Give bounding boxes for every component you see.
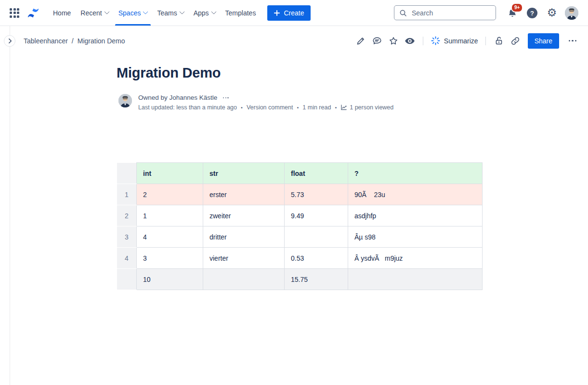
nav-item-teams[interactable]: Teams — [152, 0, 188, 26]
page-actions: Summarize Share — [353, 33, 580, 49]
restrictions-button[interactable] — [491, 33, 507, 49]
star-icon — [388, 36, 399, 46]
eye-icon — [404, 35, 416, 47]
table-cell: 90Ã 23u — [348, 184, 483, 205]
column-header-str: str — [203, 163, 285, 184]
nav-item-label: Spaces — [118, 9, 141, 17]
meta-separator: • — [335, 104, 337, 111]
edit-button[interactable] — [353, 33, 368, 49]
nav-item-label: Apps — [194, 9, 209, 17]
table-cell: zweiter — [203, 205, 285, 226]
notifications-button[interactable]: 9+ — [506, 6, 519, 20]
table-cell — [348, 269, 483, 290]
table-row: 1 2 erster 5.73 90Ã 23u — [117, 184, 483, 205]
confluence-logo-icon[interactable] — [27, 7, 39, 19]
expand-sidebar-button[interactable] — [4, 35, 15, 47]
comments-button[interactable] — [369, 33, 385, 49]
table-cell: 1 — [137, 205, 203, 226]
breadcrumb-separator: / — [72, 37, 74, 45]
page-header-bar: Tableenhancer / Migration Demo — [0, 26, 588, 55]
table-cell: Â ysdvÃ m9juz — [348, 248, 483, 269]
table-cell: 3 — [137, 248, 203, 269]
app-switcher-icon[interactable] — [9, 7, 20, 19]
row-number: 2 — [117, 205, 137, 226]
owned-by-text[interactable]: Owned by Johannes Kästle — [138, 94, 217, 102]
svg-text:?: ? — [530, 9, 534, 16]
table-cell: 10 — [137, 269, 203, 290]
watch-button[interactable] — [402, 33, 418, 49]
settings-button[interactable]: ⚙ — [545, 6, 559, 20]
table-cell: vierter — [203, 248, 285, 269]
chevron-down-icon — [143, 9, 148, 14]
nav-item-apps[interactable]: Apps — [189, 0, 221, 26]
user-avatar[interactable] — [565, 6, 578, 20]
data-table: int str float ? 1 2 erster 5.73 90Ã 23u … — [117, 162, 483, 290]
chevron-down-icon — [179, 9, 184, 14]
create-button-label: Create — [284, 9, 304, 17]
owner-avatar[interactable] — [118, 94, 132, 107]
nav-item-spaces[interactable]: Spaces — [114, 0, 153, 26]
nav-item-label: Home — [53, 9, 71, 17]
comment-icon — [372, 36, 382, 46]
row-number: 4 — [117, 248, 137, 269]
summarize-button[interactable]: Summarize — [429, 36, 480, 46]
table-cell: erster — [203, 184, 285, 205]
notification-badge: 9+ — [511, 3, 523, 13]
nav-item-templates[interactable]: Templates — [221, 0, 261, 26]
breadcrumb: Tableenhancer / Migration Demo — [24, 37, 125, 45]
table-row: 2 1 zweiter 9.49 asdjhfp — [117, 205, 483, 226]
content-table-wrapper: int str float ? 1 2 erster 5.73 90Ã 23u … — [117, 162, 483, 290]
owner-more-icon[interactable] — [222, 97, 229, 99]
table-cell: 5.73 — [285, 184, 348, 205]
link-icon — [510, 36, 521, 46]
row-number-header — [117, 163, 137, 184]
viewers-link[interactable]: 1 person viewed — [340, 104, 393, 111]
table-cell: 9.49 — [285, 205, 348, 226]
search-box[interactable] — [394, 5, 496, 20]
column-header-question: ? — [348, 163, 483, 184]
table-header-row: int str float ? — [117, 163, 483, 184]
nav-item-label: Recent — [80, 9, 102, 17]
more-options-button[interactable] — [565, 33, 580, 49]
breadcrumb-space-link[interactable]: Tableenhancer — [24, 37, 68, 45]
meta-separator: • — [297, 104, 299, 111]
table-cell: 4 — [137, 226, 203, 248]
last-updated-text: Last updated: less than a minute ago — [138, 104, 237, 111]
table-cell: asdjhfp — [348, 205, 483, 226]
chevron-down-icon — [104, 9, 109, 14]
help-button[interactable]: ? — [525, 6, 539, 20]
nav-item-label: Templates — [225, 9, 256, 17]
gear-icon: ⚙ — [547, 7, 557, 18]
search-input[interactable] — [411, 9, 491, 17]
pencil-icon — [355, 36, 366, 46]
table-cell — [203, 269, 285, 290]
read-time-text: 1 min read — [302, 104, 331, 111]
table-cell: 0.53 — [285, 248, 348, 269]
chevron-right-icon — [6, 38, 12, 43]
table-cell: dritter — [203, 226, 285, 248]
table-row: 4 3 vierter 0.53 Â ysdvÃ m9juz — [117, 248, 483, 269]
create-button[interactable]: Create — [267, 5, 311, 21]
summarize-label: Summarize — [444, 37, 478, 45]
nav-item-home[interactable]: Home — [48, 0, 76, 26]
copy-link-button[interactable] — [508, 33, 523, 49]
nav-item-recent[interactable]: Recent — [76, 0, 113, 26]
analytics-chart-icon — [340, 104, 347, 111]
version-comment-link[interactable]: Version comment — [247, 104, 293, 111]
column-header-int: int — [137, 163, 203, 184]
row-number: 1 — [117, 184, 137, 205]
table-cell: Âµ s98 — [348, 226, 483, 248]
byline-text: Owned by Johannes Kästle Last updated: l… — [138, 94, 393, 111]
sidebar-border — [10, 26, 10, 385]
meta-separator: • — [241, 104, 243, 111]
page-title: Migration Demo — [117, 64, 483, 81]
divider — [485, 37, 486, 45]
chevron-down-icon — [211, 9, 216, 14]
favorite-button[interactable] — [386, 33, 401, 49]
byline: Owned by Johannes Kästle Last updated: l… — [118, 94, 483, 111]
row-number: 3 — [117, 226, 137, 248]
share-button[interactable]: Share — [528, 33, 559, 49]
divider — [423, 37, 423, 45]
table-cell: 2 — [137, 184, 203, 205]
ellipsis-icon — [569, 40, 571, 42]
